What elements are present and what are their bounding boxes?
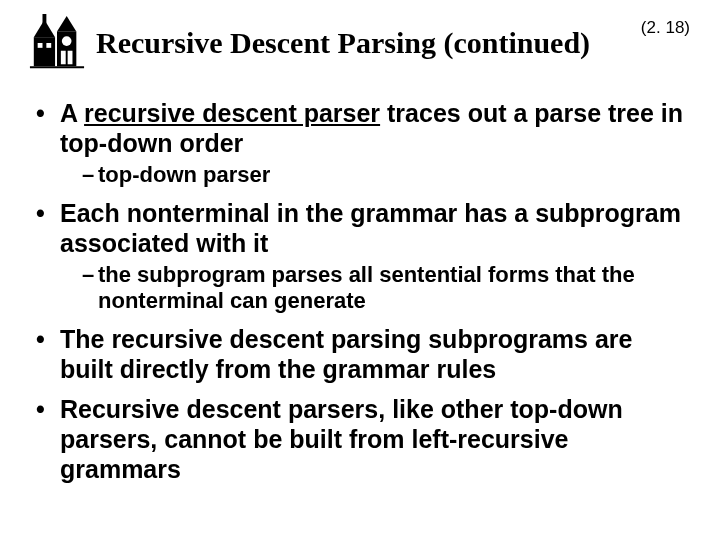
slide-title: Recursive Descent Parsing (continued)	[96, 18, 641, 59]
svg-rect-7	[46, 43, 51, 48]
slide: Recursive Descent Parsing (continued) (2…	[0, 0, 720, 540]
svg-point-8	[62, 36, 72, 46]
svg-rect-9	[61, 51, 66, 65]
sub-list: top-down parser	[60, 162, 686, 188]
page-number: (2. 18)	[641, 18, 692, 38]
list-item: The recursive descent parsing subprogram…	[34, 324, 686, 384]
svg-rect-1	[34, 37, 55, 66]
sub-list-item: the subprogram parses all sentential for…	[82, 262, 686, 314]
bullet-text: Each nonterminal in the grammar has a su…	[60, 199, 681, 257]
svg-rect-6	[38, 43, 43, 48]
sub-list: the subprogram parses all sentential for…	[60, 262, 686, 314]
institution-logo-icon	[28, 14, 86, 72]
svg-rect-3	[43, 14, 47, 24]
slide-header: Recursive Descent Parsing (continued) (2…	[28, 18, 692, 72]
list-item: A recursive descent parser traces out a …	[34, 98, 686, 188]
list-item: Recursive descent parsers, like other to…	[34, 394, 686, 484]
svg-rect-10	[68, 51, 73, 65]
bullet-list: A recursive descent parser traces out a …	[28, 98, 692, 484]
bullet-text: A recursive descent parser traces out a …	[60, 99, 683, 157]
sub-list-item: top-down parser	[82, 162, 686, 188]
list-item: Each nonterminal in the grammar has a su…	[34, 198, 686, 314]
bullet-text: Recursive descent parsers, like other to…	[60, 395, 623, 483]
bullet-text: The recursive descent parsing subprogram…	[60, 325, 632, 383]
